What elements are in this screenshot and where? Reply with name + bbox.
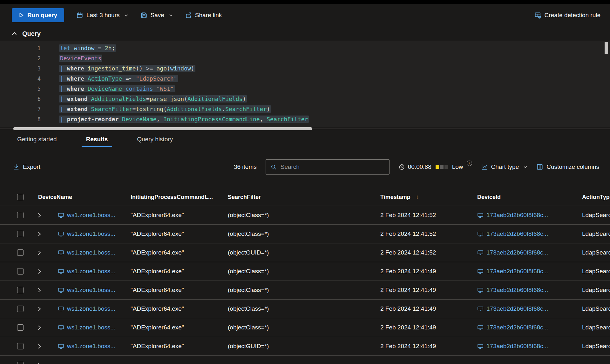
search-input[interactable] — [281, 163, 385, 170]
device-name-link[interactable]: ws1.zone1.boss... — [67, 249, 115, 256]
row-expander[interactable] — [29, 288, 50, 293]
line-number: 6 — [0, 94, 41, 104]
line-number: 7 — [0, 104, 41, 114]
device-name-link[interactable]: ws1.zone1.boss... — [67, 212, 115, 219]
export-button[interactable]: Export — [13, 163, 40, 170]
row-expander[interactable] — [29, 325, 50, 330]
scrollbar-thumb[interactable] — [13, 127, 312, 130]
device-id-link[interactable]: 173aeb2d2b60f8f68c... — [486, 212, 548, 219]
device-id-link[interactable]: 173aeb2d2b60f8f68c... — [486, 230, 548, 237]
device-name-link[interactable]: ws1.zone1.boss... — [67, 287, 115, 294]
chart-icon — [481, 163, 488, 170]
usage-square — [440, 165, 444, 169]
column-header-deviceid[interactable]: DeviceId — [477, 194, 582, 201]
command-toolbar: Run query Last 3 hours Save Share link C… — [0, 4, 610, 27]
time-range-dropdown[interactable]: Last 3 hours — [76, 12, 128, 19]
device-icon — [477, 231, 484, 237]
column-header-commandline[interactable]: InitiatingProcessCommandL... — [131, 194, 228, 201]
code-line[interactable]: 1let window = 2h; — [0, 43, 610, 53]
row-expander[interactable] — [29, 363, 50, 364]
commandline-cell: "ADExplorer64.exe" — [131, 287, 228, 294]
time-range-label: Last 3 hours — [86, 12, 120, 19]
tab-query-history[interactable]: Query history — [129, 131, 180, 148]
timestamp-cell: 2 Feb 2024 12:41:52 — [380, 249, 477, 256]
device-icon — [58, 343, 64, 349]
row-checkbox[interactable] — [17, 287, 24, 293]
select-all-checkbox[interactable] — [17, 194, 24, 200]
row-checkbox[interactable] — [17, 362, 24, 364]
device-id-link[interactable]: 173aeb2d2b60f8f68c... — [486, 343, 548, 350]
timestamp-header-label: Timestamp — [380, 194, 410, 201]
searchfilter-cell: (objectClass=*) — [228, 305, 380, 312]
editor-vertical-scrollbar[interactable] — [605, 42, 608, 54]
columns-icon — [536, 163, 543, 170]
code-line[interactable]: 8| project-reorder DeviceName, Initiatin… — [0, 114, 610, 124]
create-detection-rule-button[interactable]: Create detection rule — [534, 12, 600, 19]
save-dropdown[interactable]: Save — [140, 12, 173, 19]
timestamp-cell: 2 Feb 2024 12:41:49 — [380, 287, 477, 294]
searchfilter-cell: (objectClass=*) — [228, 230, 380, 237]
share-link-button[interactable]: Share link — [185, 12, 222, 19]
line-number: 3 — [0, 63, 41, 74]
row-checkbox[interactable] — [17, 343, 24, 349]
device-name-link[interactable]: ws1.zone1.boss... — [67, 343, 115, 350]
code-line[interactable]: 5| where DeviceName contains "WS1" — [0, 84, 610, 94]
chart-type-dropdown[interactable]: Chart type — [481, 163, 528, 170]
device-id-link[interactable]: 173aeb2d2b60f8f68c... — [486, 287, 548, 294]
row-checkbox[interactable] — [17, 212, 24, 218]
row-expander[interactable] — [29, 344, 50, 349]
run-query-label: Run query — [27, 12, 57, 19]
row-expander[interactable] — [29, 307, 50, 311]
customize-columns-button[interactable]: Customize columns — [536, 163, 599, 170]
row-checkbox[interactable] — [17, 268, 24, 275]
device-id-link[interactable]: 173aeb2d2b60f8f68c... — [486, 249, 548, 256]
searchfilter-cell: (objectGUID=*) — [228, 343, 380, 350]
collapse-chevron-up-icon[interactable] — [11, 31, 17, 36]
column-header-searchfilter[interactable]: SearchFilter — [228, 194, 380, 201]
column-header-devicename[interactable]: DeviceName — [29, 194, 131, 201]
tab-getting-started[interactable]: Getting started — [10, 131, 64, 148]
actiontype-cell: LdapSearch — [582, 305, 610, 312]
table-row: ws1.zone1.boss... "ADExplorer64.exe" (ob… — [0, 281, 610, 300]
row-checkbox[interactable] — [17, 306, 24, 312]
device-id-link[interactable]: 173aeb2d2b60f8f68c... — [486, 268, 548, 275]
query-duration-indicator: 00:00.88 Low i — [398, 163, 472, 170]
row-checkbox[interactable] — [17, 249, 24, 256]
device-name-link[interactable]: ws1.zone1.boss... — [67, 324, 115, 331]
results-toolbar: Export 36 items 00:00.88 Low i — [0, 159, 610, 175]
line-number: 2 — [0, 53, 41, 63]
device-icon — [477, 287, 484, 293]
row-expander[interactable] — [29, 250, 50, 255]
device-icon — [477, 306, 484, 312]
column-header-actiontype[interactable]: ActionType — [582, 194, 610, 201]
commandline-cell: "ADExplorer64.exe" — [131, 305, 228, 312]
code-line[interactable]: 2DeviceEvents — [0, 53, 610, 63]
row-checkbox[interactable] — [17, 324, 24, 331]
row-expander[interactable] — [29, 232, 50, 236]
device-name-link[interactable]: ws1.zone1.boss... — [67, 305, 115, 312]
code-line[interactable]: 7| extend SearchFilter=tostring(Addition… — [0, 104, 610, 114]
row-expander[interactable] — [29, 269, 50, 274]
code-line[interactable]: 6| extend AdditionalFields=parse_json(Ad… — [0, 94, 610, 104]
code-line[interactable]: 4| where ActionType =~ "LdapSearch" — [0, 74, 610, 84]
customize-columns-label: Customize columns — [546, 163, 599, 170]
device-name-link[interactable]: ws1.zone1.boss... — [67, 230, 115, 237]
table-row: ws1.zone1.boss... "ADExplorer64.exe" (ob… — [0, 300, 610, 318]
device-id-link[interactable]: 173aeb2d2b60f8f68c... — [486, 305, 548, 312]
device-id-link[interactable]: 173aeb2d2b60f8f68c... — [486, 324, 548, 331]
play-icon — [19, 13, 24, 18]
editor-horizontal-scrollbar[interactable] — [0, 127, 610, 131]
device-name-link[interactable]: ws1.zone1.boss... — [67, 268, 115, 275]
chart-type-label: Chart type — [491, 163, 519, 170]
timestamp-cell: 2 Feb 2024 12:41:49 — [380, 305, 477, 312]
row-checkbox[interactable] — [17, 231, 24, 237]
code-line[interactable]: 3| where ingestion_time() >= ago(window) — [0, 63, 610, 74]
row-expander[interactable] — [29, 213, 50, 218]
table-row: ws1.zone1.boss... "ADExplorer64.exe" (ob… — [0, 318, 610, 337]
run-query-button[interactable]: Run query — [12, 8, 64, 22]
info-icon[interactable]: i — [467, 161, 472, 166]
kql-code-editor[interactable]: 1let window = 2h;2DeviceEvents3| where i… — [0, 41, 610, 127]
tab-results[interactable]: Results — [78, 131, 116, 148]
results-tab-bar: Getting started Results Query history — [0, 131, 610, 148]
column-header-timestamp[interactable]: Timestamp ↓ — [380, 194, 477, 201]
